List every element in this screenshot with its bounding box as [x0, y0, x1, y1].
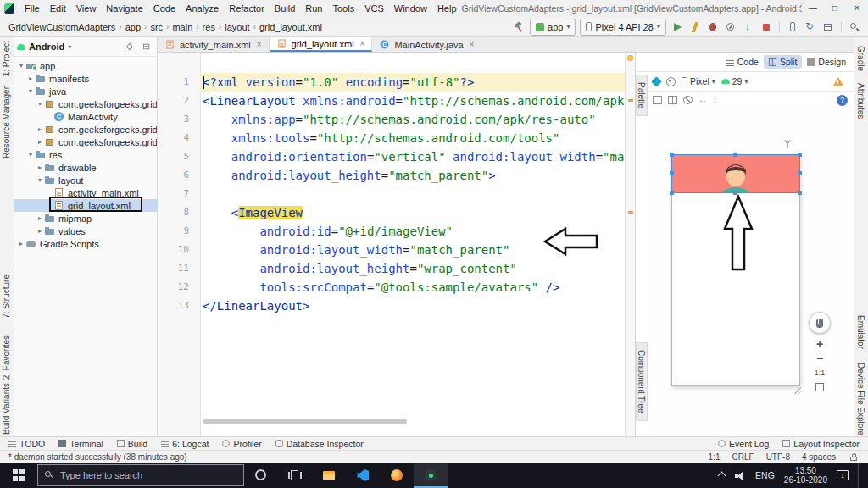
- tree-expand-arrow[interactable]: ▸: [26, 75, 35, 82]
- collapse-all-icon[interactable]: [142, 42, 153, 53]
- tool-window-tab-device-file-explorer[interactable]: Device File Explorer: [856, 363, 865, 438]
- tree-item-java[interactable]: ▾java: [14, 85, 157, 97]
- code-editor[interactable]: 1<?xml version="1.0" encoding="utf-8"?>2…: [158, 53, 635, 436]
- show-desktop-button[interactable]: [858, 463, 861, 488]
- device-manager-icon[interactable]: [786, 20, 799, 34]
- view-mode-design[interactable]: Design: [802, 55, 851, 69]
- split-view-icon[interactable]: [668, 96, 677, 104]
- tree-expand-arrow[interactable]: ▾: [26, 87, 35, 95]
- breadcrumb-item-grid-layout-xml[interactable]: grid_layout.xml: [258, 22, 324, 32]
- antenna-icon[interactable]: [783, 139, 792, 151]
- selection-handle[interactable]: [733, 152, 737, 157]
- selection-handle[interactable]: [670, 152, 674, 157]
- menu-view[interactable]: View: [71, 0, 102, 17]
- line-ending[interactable]: CRLF: [732, 452, 754, 462]
- menu-analyze[interactable]: Analyze: [181, 0, 224, 17]
- apply-changes-icon[interactable]: [688, 20, 702, 34]
- vertical-arrows-icon[interactable]: ↕: [713, 96, 717, 104]
- tree-item-com-geeksforgeeks-gridview[interactable]: ▸com.geeksforgeeks.gridview: [14, 136, 157, 148]
- tool-window-tab-7-structure[interactable]: 7: Structure: [2, 274, 11, 319]
- tool-window-button-profiler[interactable]: Profiler: [222, 439, 261, 449]
- hidden-icons-chevron[interactable]: [718, 471, 726, 480]
- tool-window-tab-gradle[interactable]: Gradle: [856, 46, 865, 71]
- stop-button[interactable]: [760, 20, 773, 34]
- readonly-lock-icon[interactable]: [848, 452, 860, 463]
- profile-button[interactable]: [724, 20, 737, 34]
- tree-item-layout[interactable]: ▾layout: [14, 174, 157, 186]
- vscode-button[interactable]: [346, 463, 380, 488]
- tree-item-mainactivity[interactable]: MainActivity: [14, 110, 157, 123]
- horizontal-arrows-icon[interactable]: ↔: [698, 96, 707, 104]
- tree-expand-arrow[interactable]: ▸: [17, 240, 25, 247]
- toggle-constraints-icon[interactable]: [683, 96, 693, 104]
- caret-position[interactable]: 1:1: [709, 452, 721, 462]
- inspection-indicator[interactable]: [627, 55, 633, 61]
- tree-expand-arrow[interactable]: ▾: [17, 62, 25, 69]
- debug-button[interactable]: [706, 20, 720, 34]
- tool-window-tab-1-project[interactable]: 1: Project: [2, 41, 11, 76]
- selection-handle[interactable]: [798, 191, 802, 195]
- breadcrumb-item-app[interactable]: app: [124, 22, 142, 32]
- preview-api-select[interactable]: 29 ▾: [721, 76, 748, 86]
- tool-window-button-event-log[interactable]: Event Log: [718, 439, 769, 449]
- view-options-icon[interactable]: [666, 77, 676, 86]
- taskbar-clock[interactable]: 13:50 26-10-2020: [784, 466, 827, 485]
- tree-item-mipmap[interactable]: ▸mipmap: [14, 212, 157, 225]
- tab-close-icon[interactable]: ×: [360, 39, 365, 48]
- menu-window[interactable]: Window: [389, 0, 432, 17]
- search-everywhere-icon[interactable]: [848, 20, 861, 34]
- tree-item-grid-layout-xml[interactable]: grid_layout.xml: [14, 199, 157, 212]
- breadcrumb-item-res[interactable]: res: [201, 22, 217, 32]
- view-mode-code[interactable]: Code: [721, 55, 764, 69]
- imageview-preview[interactable]: [672, 155, 799, 192]
- maximize-button[interactable]: □: [824, 0, 846, 17]
- tool-window-button-build[interactable]: Build: [117, 439, 147, 449]
- tool-window-button-todo[interactable]: TODO: [8, 439, 45, 449]
- minimize-button[interactable]: —: [802, 0, 824, 17]
- tree-expand-arrow[interactable]: ▾: [36, 100, 44, 108]
- gradle-sync-icon[interactable]: [804, 20, 817, 34]
- build-hammer-icon[interactable]: [512, 20, 526, 34]
- selection-handle[interactable]: [798, 152, 802, 157]
- tree-expand-arrow[interactable]: ▾: [26, 151, 35, 158]
- warning-icon[interactable]: [832, 76, 844, 86]
- tool-window-tab-2-favorites[interactable]: 2: Favorites: [2, 336, 11, 380]
- editor-vertical-scrollbar[interactable]: [625, 53, 635, 436]
- close-button[interactable]: ×: [846, 0, 868, 17]
- browser-button[interactable]: [380, 463, 414, 488]
- file-explorer-button[interactable]: [312, 463, 346, 488]
- tree-item-app[interactable]: ▾app: [14, 59, 157, 72]
- editor-tab-mainactivity-java[interactable]: MainActivity.java×: [372, 37, 481, 52]
- start-button[interactable]: [0, 463, 37, 488]
- tab-close-icon[interactable]: ×: [470, 40, 475, 49]
- tree-item-gradle-scripts[interactable]: ▸Gradle Scripts: [14, 237, 157, 250]
- editor-tab-grid-layout-xml[interactable]: grid_layout.xml×: [270, 37, 373, 52]
- menu-code[interactable]: Code: [148, 0, 181, 17]
- breadcrumb-item-src[interactable]: src: [148, 22, 164, 32]
- run-configuration-select[interactable]: app ▾: [530, 19, 576, 36]
- tree-expand-arrow[interactable]: ▸: [36, 164, 44, 171]
- breadcrumb-item-layout[interactable]: layout: [223, 22, 251, 32]
- run-button[interactable]: [670, 20, 684, 34]
- language-indicator[interactable]: ENG: [755, 470, 775, 480]
- tree-item-com-geeksforgeeks-gridview[interactable]: ▾com.geeksforgeeks.gridview: [14, 97, 157, 110]
- breadcrumb-item-gridviewcustomadapters[interactable]: GridViewCustomAdapters: [7, 22, 117, 32]
- sdk-manager-icon[interactable]: [821, 20, 835, 34]
- menu-help[interactable]: Help: [432, 0, 462, 17]
- file-encoding[interactable]: UTF-8: [766, 452, 790, 462]
- menu-navigate[interactable]: Navigate: [101, 0, 147, 17]
- tree-item-drawable[interactable]: ▸drawable: [14, 161, 157, 174]
- zoom-to-fit-button[interactable]: [815, 383, 824, 391]
- tool-window-button-layout-inspector[interactable]: Layout Inspector: [782, 439, 860, 449]
- pan-hand-button[interactable]: [809, 312, 831, 334]
- menu-tools[interactable]: Tools: [327, 0, 359, 17]
- tool-window-tab-resource-manager[interactable]: Resource Manager: [2, 86, 11, 158]
- tree-item-activity-main-xml[interactable]: activity_main.xml: [14, 186, 157, 199]
- tree-item-manifests[interactable]: ▸manifests: [14, 72, 157, 85]
- chevron-down-icon[interactable]: ▾: [68, 43, 71, 51]
- component-tree-tab[interactable]: Component Tree: [636, 342, 648, 421]
- palette-tab[interactable]: Palette: [636, 75, 648, 116]
- warning-stripe-mark[interactable]: [628, 99, 633, 102]
- menu-edit[interactable]: Edit: [45, 0, 71, 17]
- attach-debugger-icon[interactable]: [742, 20, 755, 34]
